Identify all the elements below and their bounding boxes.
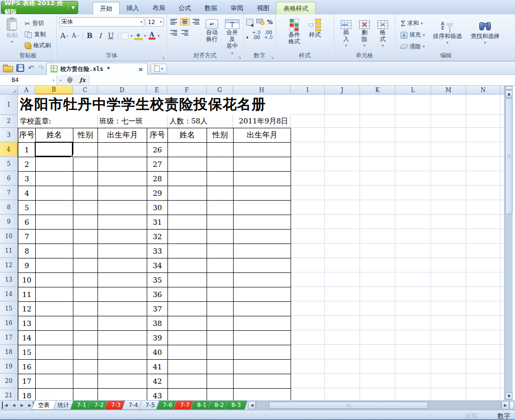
table-cell[interactable] <box>207 215 234 230</box>
table-cell[interactable] <box>168 345 207 360</box>
table-cell[interactable] <box>36 273 73 287</box>
table-cell[interactable] <box>234 273 291 287</box>
align-right-button[interactable] <box>191 18 201 26</box>
grid-cell[interactable] <box>466 330 501 345</box>
insert-function-icon[interactable]: ƒx <box>76 75 89 85</box>
table-cell[interactable] <box>168 157 207 172</box>
grid-cell[interactable] <box>291 186 325 200</box>
grid-cell[interactable] <box>466 374 501 388</box>
date-cell[interactable]: 2011年9月8日 <box>233 115 291 128</box>
row-header-7[interactable]: 7 <box>0 186 18 200</box>
table-cell[interactable] <box>207 258 234 273</box>
table-cell[interactable] <box>168 143 207 157</box>
table-cell[interactable] <box>234 258 291 273</box>
table-cell[interactable] <box>207 360 234 374</box>
vertical-scrollbar[interactable]: ▲ ▼ <box>504 86 513 400</box>
insert-symbol-icon[interactable]: @ <box>64 75 76 85</box>
grid-cell[interactable] <box>431 272 466 287</box>
grid-cell[interactable] <box>291 374 325 388</box>
table-cell[interactable] <box>73 215 98 230</box>
grid-cell[interactable] <box>431 229 466 244</box>
scroll-left-icon[interactable]: ◀ <box>248 401 256 409</box>
table-cell[interactable] <box>234 345 291 360</box>
table-header-cell[interactable]: 出生年月 <box>234 128 291 143</box>
column-header-I[interactable]: I <box>291 86 325 95</box>
grid-cell[interactable] <box>466 157 501 171</box>
grid-cell[interactable] <box>360 95 395 115</box>
table-cell[interactable] <box>168 316 207 331</box>
table-cell[interactable] <box>207 389 234 400</box>
table-cell[interactable] <box>98 316 147 331</box>
grid-cell[interactable] <box>360 287 395 301</box>
row-header-8[interactable]: 8 <box>0 200 18 215</box>
table-cell[interactable] <box>36 244 73 258</box>
column-header-N[interactable]: N <box>466 86 501 95</box>
table-cell[interactable] <box>73 345 98 360</box>
menu-tab-开始[interactable]: 开始 <box>93 2 120 14</box>
table-cell[interactable] <box>207 287 234 302</box>
table-cell[interactable]: 10 <box>18 273 36 287</box>
row-header-19[interactable]: 19 <box>0 359 18 374</box>
grid-cell[interactable] <box>291 301 325 316</box>
grid-cell[interactable] <box>501 171 504 186</box>
grid-cell[interactable] <box>291 229 325 244</box>
table-cell[interactable]: 35 <box>147 273 168 287</box>
grid-cell[interactable] <box>325 301 360 316</box>
grid-cell[interactable] <box>360 345 395 359</box>
grid-cell[interactable] <box>395 171 431 186</box>
count-cell[interactable]: 人数：58人 <box>167 115 233 128</box>
grid-cell[interactable] <box>325 244 360 258</box>
table-cell[interactable] <box>234 172 291 186</box>
row-header-18[interactable]: 18 <box>0 345 18 359</box>
increase-decimal-button[interactable]: +.0.00 <box>252 30 261 40</box>
grid-cell[interactable] <box>466 171 501 186</box>
grid-cell[interactable] <box>501 345 504 359</box>
grid-cell[interactable] <box>395 258 431 272</box>
grid-cell[interactable] <box>501 330 504 345</box>
table-cell[interactable] <box>73 230 98 244</box>
grid-cell[interactable] <box>395 215 431 229</box>
table-cell[interactable] <box>98 302 147 316</box>
grid-cell[interactable] <box>360 171 395 186</box>
table-cell[interactable]: 40 <box>147 345 168 360</box>
percent-button[interactable]: % <box>267 19 273 26</box>
table-cell[interactable] <box>73 157 98 172</box>
table-cell[interactable] <box>36 374 73 389</box>
grid-cell[interactable] <box>395 301 431 316</box>
sheet-tab-空表[interactable]: 空表 <box>31 401 56 410</box>
table-cell[interactable] <box>207 157 234 172</box>
table-cell[interactable] <box>73 360 98 374</box>
grid-cell[interactable] <box>291 115 325 128</box>
table-cell[interactable] <box>73 244 98 258</box>
table-cell[interactable] <box>73 374 98 389</box>
table-cell[interactable]: 36 <box>147 287 168 302</box>
sort-filter-button[interactable]: AZ 排序和筛选 ▾ <box>431 18 464 51</box>
table-cell[interactable]: 28 <box>147 172 168 186</box>
menu-tab-表格样式[interactable]: 表格样式 <box>276 2 316 14</box>
borders-button[interactable] <box>120 30 130 41</box>
column-header-D[interactable]: D <box>97 86 147 95</box>
grid-cell[interactable] <box>360 229 395 244</box>
table-cell[interactable] <box>73 389 98 400</box>
formula-input[interactable] <box>89 75 515 85</box>
table-header-cell[interactable]: 姓名 <box>36 128 73 143</box>
paste-button[interactable]: 粘贴 ▾ <box>4 16 20 50</box>
grid-cell[interactable] <box>291 330 325 345</box>
scroll-up-icon[interactable]: ▲ <box>505 90 513 97</box>
grid-cell[interactable] <box>325 229 360 244</box>
grid-cell[interactable] <box>395 374 431 388</box>
grid-cell[interactable] <box>501 115 504 128</box>
table-cell[interactable] <box>73 331 98 345</box>
grid-cell[interactable] <box>325 388 360 400</box>
underline-button[interactable]: U <box>106 30 116 41</box>
table-cell[interactable] <box>207 143 234 157</box>
font-color-button[interactable]: A <box>147 30 157 41</box>
column-header-A[interactable]: A <box>18 86 35 95</box>
table-cell[interactable] <box>73 172 98 186</box>
redo-icon[interactable]: ↷ <box>38 64 44 72</box>
column-header-J[interactable]: J <box>325 86 360 95</box>
table-cell[interactable] <box>234 389 291 400</box>
grid-cell[interactable] <box>325 171 360 186</box>
table-cell[interactable] <box>234 316 291 331</box>
grid-cell[interactable] <box>466 287 501 301</box>
